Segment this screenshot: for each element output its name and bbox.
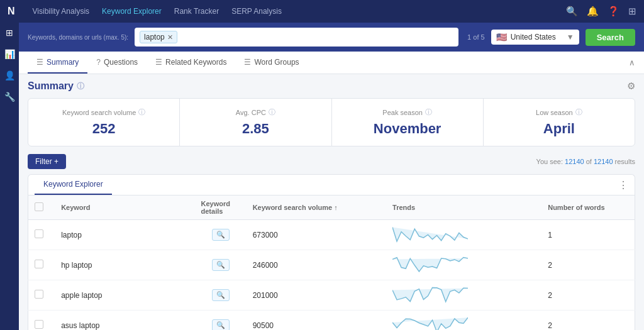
summary-title-text: Summary bbox=[28, 80, 74, 92]
tab-wordgroups-icon: ☰ bbox=[244, 58, 251, 67]
col-header-volume[interactable]: Keyword search volume ↑ bbox=[247, 195, 386, 220]
filter-button[interactable]: Filter + bbox=[28, 154, 66, 169]
table-more-icon[interactable]: ⋮ bbox=[618, 179, 628, 191]
table-row: laptop 🔍 673000 1 bbox=[28, 220, 635, 250]
row-check-2 bbox=[28, 280, 55, 311]
sidebar-icon-person[interactable]: 👤 bbox=[4, 70, 15, 80]
detail-button-2[interactable]: 🔍 bbox=[212, 289, 230, 301]
summary-header: Summary ⓘ ⚙ bbox=[28, 80, 635, 92]
total-count-link[interactable]: 12140 bbox=[594, 158, 613, 165]
tab-related-label: Related Keywords bbox=[165, 58, 226, 67]
tab-wordgroups-label: Word Groups bbox=[254, 58, 299, 67]
search-button[interactable]: Search bbox=[586, 29, 635, 46]
nav-keyword-explorer[interactable]: Keyword Explorer bbox=[102, 7, 162, 16]
search-input-area[interactable]: laptop ✕ bbox=[135, 28, 458, 47]
tab-questions-label: Questions bbox=[104, 58, 138, 67]
stat-card-low: Low season ⓘ April bbox=[484, 99, 635, 146]
row-checkbox-1[interactable] bbox=[35, 260, 43, 268]
row-details-1: 🔍 bbox=[195, 250, 247, 280]
detail-button-1[interactable]: 🔍 bbox=[212, 259, 230, 271]
row-keyword-3: asus laptop bbox=[55, 311, 194, 331]
sidebar-icon-home[interactable]: ⊞ bbox=[6, 28, 13, 38]
bell-icon[interactable]: 🔔 bbox=[587, 6, 599, 17]
row-check-0 bbox=[28, 220, 55, 250]
data-table: Keyword Keyword details Keyword search v… bbox=[28, 195, 635, 330]
row-details-2: 🔍 bbox=[195, 280, 247, 311]
row-words-2: 2 bbox=[541, 280, 635, 311]
stat-info-icon-0: ⓘ bbox=[138, 107, 145, 117]
row-checkbox-3[interactable] bbox=[35, 320, 43, 329]
main-content: Keywords, domains or urls (max. 5): lapt… bbox=[19, 23, 644, 330]
nav-serp-analysis[interactable]: SERP Analysis bbox=[231, 7, 282, 16]
tab-questions-icon: ? bbox=[96, 58, 101, 67]
col-header-details: Keyword details bbox=[195, 195, 247, 220]
row-checkbox-0[interactable] bbox=[35, 229, 43, 238]
stat-info-icon-2: ⓘ bbox=[425, 107, 432, 117]
tab-summary-icon: ☰ bbox=[36, 58, 43, 67]
row-keyword-0: laptop bbox=[55, 220, 194, 250]
country-select[interactable]: 🇺🇸 United States ▼ bbox=[491, 30, 579, 45]
nav-visibility[interactable]: Visibility Analysis bbox=[33, 7, 89, 16]
row-check-3 bbox=[28, 311, 55, 331]
help-icon[interactable]: ❓ bbox=[608, 6, 619, 17]
stat-value-peak: November bbox=[342, 121, 473, 137]
chevron-down-icon: ▼ bbox=[567, 33, 574, 41]
detail-button-0[interactable]: 🔍 bbox=[212, 229, 230, 241]
table-tabs: Keyword Explorer ⋮ bbox=[28, 174, 635, 195]
stat-info-icon-3: ⓘ bbox=[575, 107, 582, 117]
row-volume-0: 673000 bbox=[247, 220, 386, 250]
header-checkbox[interactable] bbox=[35, 202, 43, 211]
settings-icon[interactable]: ⚙ bbox=[627, 80, 635, 92]
row-checkbox-2[interactable] bbox=[35, 290, 43, 299]
stat-card-peak: Peak season ⓘ November bbox=[332, 99, 484, 146]
collapse-icon[interactable]: ∧ bbox=[629, 58, 635, 67]
table-row: hp laptop 🔍 246000 2 bbox=[28, 250, 635, 280]
search-count: 1 of 5 bbox=[467, 33, 485, 41]
result-text: You see: bbox=[536, 158, 563, 165]
summary-section: Summary ⓘ ⚙ Keyword search volume ⓘ 252 … bbox=[19, 74, 644, 330]
filter-bar: Filter + You see: 12140 of 12140 results bbox=[28, 154, 635, 169]
stat-label-low: Low season ⓘ bbox=[494, 107, 625, 117]
sidebar: ⊞ 📊 👤 🔧 bbox=[0, 23, 19, 330]
col-header-keyword[interactable]: Keyword bbox=[55, 195, 194, 220]
table-row: apple laptop 🔍 201000 2 bbox=[28, 280, 635, 311]
sidebar-icon-tool[interactable]: 🔧 bbox=[4, 92, 15, 102]
sidebar-icon-chart[interactable]: 📊 bbox=[4, 49, 15, 59]
tab-related-icon: ☰ bbox=[155, 58, 162, 67]
apps-icon[interactable]: ⊞ bbox=[628, 6, 636, 17]
row-words-3: 2 bbox=[541, 311, 635, 331]
row-words-1: 2 bbox=[541, 250, 635, 280]
layout: ⊞ 📊 👤 🔧 Keywords, domains or urls (max. … bbox=[0, 23, 644, 330]
top-nav-right: 🔍 🔔 ❓ ⊞ bbox=[566, 6, 636, 17]
sub-nav: ☰ Summary ? Questions ☰ Related Keywords… bbox=[19, 52, 644, 74]
stat-value-cpc: 2.85 bbox=[190, 121, 321, 137]
table-tab-keyword-explorer[interactable]: Keyword Explorer bbox=[35, 175, 112, 195]
col-header-words: Number of words bbox=[541, 195, 635, 220]
results-count: You see: 12140 of 12140 results bbox=[536, 158, 635, 165]
current-count-link[interactable]: 12140 bbox=[565, 158, 584, 165]
search-bar: Keywords, domains or urls (max. 5): lapt… bbox=[19, 23, 644, 52]
detail-button-3[interactable]: 🔍 bbox=[212, 319, 230, 330]
info-icon: ⓘ bbox=[77, 81, 84, 92]
tab-questions[interactable]: ? Questions bbox=[87, 52, 147, 74]
nav-rank-tracker[interactable]: Rank Tracker bbox=[174, 7, 219, 16]
stat-card-volume: Keyword search volume ⓘ 252 bbox=[28, 99, 180, 146]
row-keyword-2: apple laptop bbox=[55, 280, 194, 311]
top-nav: N Visibility Analysis Keyword Explorer R… bbox=[0, 0, 644, 23]
stat-value-volume: 252 bbox=[38, 121, 169, 137]
logo: N bbox=[8, 6, 15, 17]
stat-label-peak: Peak season ⓘ bbox=[342, 107, 473, 117]
tab-word-groups[interactable]: ☰ Word Groups bbox=[235, 52, 308, 74]
row-trends-2 bbox=[386, 280, 541, 311]
search-icon[interactable]: 🔍 bbox=[566, 6, 578, 17]
tab-summary[interactable]: ☰ Summary bbox=[28, 52, 87, 74]
flag-icon: 🇺🇸 bbox=[496, 32, 507, 42]
tab-related-keywords[interactable]: ☰ Related Keywords bbox=[147, 52, 235, 74]
stat-cards: Keyword search volume ⓘ 252 Avg. CPC ⓘ 2… bbox=[28, 98, 635, 146]
stat-card-cpc: Avg. CPC ⓘ 2.85 bbox=[180, 99, 331, 146]
keyword-tag-close-icon[interactable]: ✕ bbox=[167, 33, 173, 41]
row-words-0: 1 bbox=[541, 220, 635, 250]
row-trends-0 bbox=[386, 220, 541, 250]
stat-value-low: April bbox=[494, 121, 625, 137]
row-details-0: 🔍 bbox=[195, 220, 247, 250]
